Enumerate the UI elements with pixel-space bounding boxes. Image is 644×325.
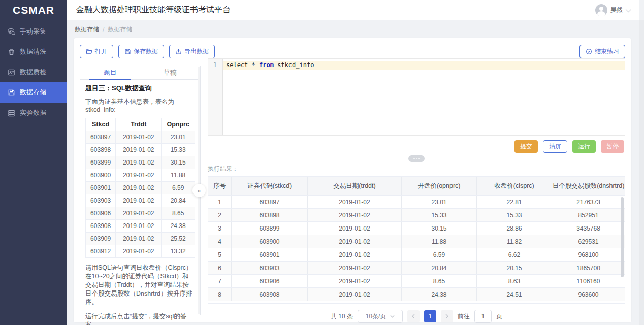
cell-trddt: 2019-01-02 bbox=[308, 275, 402, 287]
sidebar-item-data-qc[interactable]: 数据质检 bbox=[0, 62, 67, 82]
export-data-button[interactable]: 导出数据 bbox=[169, 45, 215, 58]
chevron-down-icon bbox=[626, 6, 631, 12]
cell-trddt: 2019-01-02 bbox=[116, 220, 162, 233]
results-header-cell: 序号 bbox=[208, 177, 232, 195]
cell-clsprc: 20.15 bbox=[477, 262, 552, 274]
code-area[interactable]: select * from stkcd_info bbox=[223, 59, 625, 135]
cell-opnprc: 24.38 bbox=[162, 220, 195, 233]
sidebar-item-label: 数据清洗 bbox=[20, 47, 46, 56]
export-icon bbox=[175, 48, 182, 55]
breadcrumb-parent[interactable]: 数据存储 bbox=[75, 25, 99, 34]
cell-trddt: 2019-01-02 bbox=[116, 144, 162, 156]
page-size-select[interactable]: 10条/页 bbox=[358, 310, 403, 323]
results-header-cell: 证券代码(stkcd) bbox=[232, 177, 308, 195]
question-panel: 题目 草稿 题目三：SQL数据查询 下面为证券基本信息表，表名为stkcd_in… bbox=[80, 66, 201, 315]
cell-trddt: 2019-01-02 bbox=[116, 207, 162, 220]
results-header-cell: 开盘价(opnprc) bbox=[402, 177, 477, 195]
sidebar-item-label: 手动采集 bbox=[20, 27, 46, 36]
tab-question[interactable]: 题目 bbox=[80, 66, 140, 79]
breadcrumb-separator: / bbox=[103, 26, 104, 34]
cell-dnshrtrd: 3435768 bbox=[552, 222, 625, 235]
user-menu[interactable]: 昊然 bbox=[595, 4, 630, 16]
cell-stkcd: 603903 bbox=[232, 262, 308, 274]
cell-clsprc: 22.81 bbox=[477, 196, 552, 208]
cell-opnprc: 11.88 bbox=[402, 235, 477, 248]
cell-clsprc: 6.62 bbox=[477, 248, 552, 261]
chevron-right-icon bbox=[445, 314, 448, 319]
cell-trddt: 2019-01-02 bbox=[308, 248, 402, 261]
cell-stkcd: 603898 bbox=[86, 144, 116, 156]
code-line-1[interactable]: select * from stkcd_info bbox=[223, 61, 625, 70]
cell-opnprc: 8.65 bbox=[162, 207, 195, 220]
cell-stkcd: 603897 bbox=[86, 131, 116, 144]
cell-dnshrtrd: 629531 bbox=[552, 235, 625, 248]
goto-unit: 页 bbox=[496, 312, 502, 321]
sidebar-item-label: 数据存储 bbox=[20, 88, 46, 97]
page-scrollbar[interactable] bbox=[639, 20, 644, 325]
sidebar-item-label: 数据质检 bbox=[20, 68, 46, 77]
question-table-header-cell: Stkcd bbox=[86, 118, 116, 131]
end-practice-button-label: 结束练习 bbox=[595, 47, 619, 56]
sidebar-item-data-storage[interactable]: 数据存储 bbox=[0, 82, 67, 103]
cell-opnprc: 24.38 bbox=[402, 288, 477, 301]
table-row: 603909 2019-01-02 25.52 bbox=[86, 233, 195, 245]
sidebar-item-manual-collect[interactable]: 手动采集 bbox=[0, 21, 67, 42]
question-table-header-cell: Trddt bbox=[116, 118, 162, 131]
sidebar-item-data-clean[interactable]: 数据清洗 bbox=[0, 42, 67, 62]
sql-editor[interactable]: 1 select * from stkcd_info bbox=[208, 58, 625, 136]
table-row: 603898 2019-01-02 15.33 bbox=[86, 144, 195, 156]
open-button[interactable]: 打开 bbox=[80, 45, 113, 58]
sidebar-item-experiment-data[interactable]: 实验数据 bbox=[0, 103, 67, 123]
resize-handle[interactable] bbox=[408, 155, 425, 162]
question-task: 请用SQL语句查询日收盘价（Clsprc）在10~20之间的证券代码（Stkcd… bbox=[85, 264, 195, 307]
sidebar: CSMAR 手动采集 数据清洗 bbox=[0, 0, 67, 325]
avatar bbox=[595, 4, 607, 16]
cell-index: 7 bbox=[208, 275, 232, 287]
page-number-1[interactable]: 1 bbox=[424, 310, 436, 322]
open-button-label: 打开 bbox=[95, 47, 107, 56]
end-practice-button[interactable]: 结束练习 bbox=[579, 45, 625, 58]
action-bar: 提交 清屏 运行 暂停 bbox=[208, 136, 625, 158]
results-header-row: 序号证券代码(stkcd)交易日期(trddt)开盘价(opnprc)收盘价(c… bbox=[208, 177, 625, 195]
chevron-down-icon bbox=[390, 315, 395, 318]
clipped-row bbox=[208, 301, 625, 303]
cell-stkcd: 603909 bbox=[86, 233, 116, 245]
cell-stkcd: 603901 bbox=[86, 182, 116, 194]
cell-dnshrtrd: 852951 bbox=[552, 209, 625, 221]
cell-index: 8 bbox=[208, 288, 232, 301]
content-card: 打开 保存数据 导出数据 bbox=[74, 38, 631, 322]
next-page-button[interactable] bbox=[441, 310, 453, 322]
cell-stkcd: 603906 bbox=[86, 207, 116, 220]
top-header: 金融大数据处理职业技能等级证书考试平台 昊然 bbox=[67, 0, 639, 20]
cell-trddt: 2019-01-02 bbox=[308, 209, 402, 221]
database-search-icon bbox=[8, 28, 15, 36]
cell-stkcd: 603903 bbox=[86, 194, 116, 207]
question-tabs: 题目 草稿 bbox=[80, 66, 200, 80]
line-number: 1 bbox=[208, 61, 222, 70]
save-data-button[interactable]: 保存数据 bbox=[118, 45, 164, 58]
results-scrollbar[interactable] bbox=[621, 197, 624, 277]
collapse-panel-button[interactable]: « bbox=[192, 184, 206, 197]
submit-button[interactable]: 提交 bbox=[514, 140, 538, 153]
cell-stkcd: 603901 bbox=[232, 248, 308, 261]
results-label: 执行结果： bbox=[208, 165, 625, 173]
workspace: 题目 草稿 题目三：SQL数据查询 下面为证券基本信息表，表名为stkcd_in… bbox=[80, 66, 625, 325]
cell-clsprc: 15.33 bbox=[477, 209, 552, 221]
table-row: 1 603897 2019-01-02 23.01 22.81 2176373 bbox=[208, 195, 625, 208]
run-button[interactable]: 运行 bbox=[572, 140, 596, 153]
cell-index: 3 bbox=[208, 222, 232, 235]
question-table-header-cell: Opnprc bbox=[162, 118, 195, 131]
goto-page-input[interactable] bbox=[474, 310, 492, 323]
cell-opnprc: 15.33 bbox=[162, 144, 195, 156]
trash-icon bbox=[8, 48, 15, 56]
cell-trddt: 2019-01-02 bbox=[308, 262, 402, 274]
cell-trddt: 2019-01-02 bbox=[116, 131, 162, 144]
clear-screen-button[interactable]: 清屏 bbox=[543, 140, 567, 153]
editor-gutter: 1 bbox=[208, 59, 223, 135]
toolbar: 打开 保存数据 导出数据 bbox=[80, 44, 625, 58]
cell-clsprc: 11.82 bbox=[477, 235, 552, 248]
cell-opnprc: 6.59 bbox=[162, 182, 195, 194]
pause-button[interactable]: 暂停 bbox=[601, 140, 624, 153]
prev-page-button[interactable] bbox=[407, 310, 420, 322]
tab-draft[interactable]: 草稿 bbox=[140, 66, 200, 79]
